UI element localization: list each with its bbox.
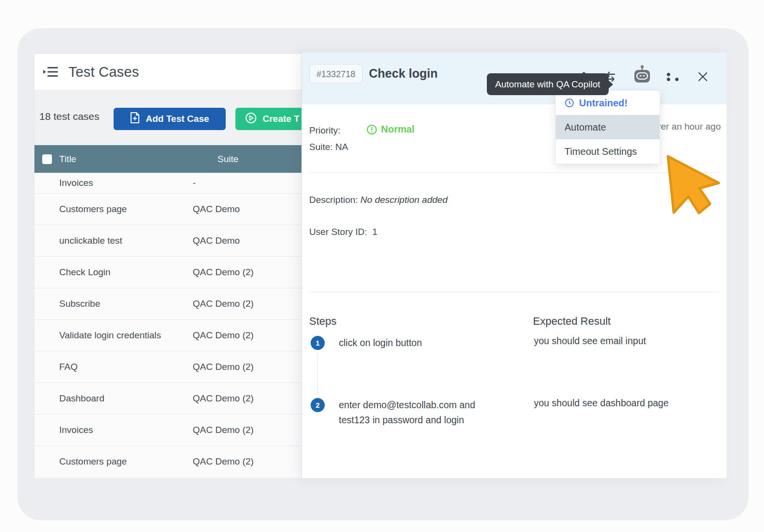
copilot-dropdown-menu: Untrained!AutomateTimeout Settings (555, 90, 660, 164)
row-suite: QAC Demo (193, 204, 301, 215)
priority-value-text: Normal (381, 124, 415, 135)
add-document-icon (130, 112, 140, 126)
row-suite: - (193, 178, 301, 188)
add-test-case-button[interactable]: Add Test Case (114, 108, 226, 130)
test-cases-header: Test Cases (34, 54, 301, 90)
menu-item-automate[interactable]: Automate (556, 115, 660, 139)
menu-item-label: Automate (565, 122, 606, 133)
table-row[interactable]: Customers pageQAC Demo (2) (34, 446, 301, 478)
step-expected-text: you should see email input (534, 335, 709, 347)
user-story-label: User Story ID: (309, 227, 367, 237)
priority-alert-icon (366, 124, 377, 135)
row-suite: QAC Demo (2) (193, 425, 301, 435)
create-test-run-button[interactable]: Create T (235, 108, 302, 130)
priority-label: Priority: (309, 125, 340, 136)
row-title: FAQ (34, 362, 193, 372)
menu-item-label: Timeout Settings (565, 146, 637, 157)
divider (309, 172, 719, 173)
test-cases-panel: Test Cases 18 test cases Add Test Case C… (34, 53, 302, 479)
steps-header: Steps (309, 315, 336, 328)
step-action-text: click on login button (339, 335, 509, 350)
row-title: Dashboard (34, 393, 193, 404)
column-suite: Suite (217, 154, 301, 165)
collapse-list-icon[interactable] (43, 66, 58, 78)
description-line: Description: No description added (309, 195, 448, 205)
more-options-icon[interactable]: • • • (666, 69, 681, 84)
row-suite: QAC Demo (2) (193, 299, 301, 309)
test-case-list: Invoices-Customers pageQAC Demounclickab… (34, 173, 301, 478)
table-row[interactable]: DashboardQAC Demo (2) (34, 383, 301, 415)
column-title: Title (59, 154, 217, 165)
step-number-badge: 2 (311, 398, 325, 412)
step-expected-text: you should see dashboard page (534, 398, 709, 409)
table-row[interactable]: unclickable testQAC Demo (34, 225, 301, 257)
user-story-value: 1 (372, 227, 378, 237)
table-row[interactable]: SubscribeQAC Demo (2) (34, 288, 301, 320)
row-title: Invoices (34, 425, 193, 435)
table-header: Title Suite (34, 145, 301, 173)
close-icon[interactable] (696, 69, 710, 84)
step-action-text: enter demo@testcollab.com and test123 in… (339, 398, 509, 428)
description-value: No description added (361, 195, 448, 205)
priority-badge: Normal (366, 124, 415, 135)
test-case-detail-panel: #1332718 Check login • • • (302, 52, 727, 478)
table-row[interactable]: Customers pageQAC Demo (34, 194, 301, 225)
row-suite: QAC Demo (193, 235, 301, 246)
row-title: Customers page (34, 204, 193, 215)
row-title: Subscribe (34, 299, 193, 309)
row-title: Invoices (34, 178, 193, 188)
test-case-count: 18 test cases (39, 111, 100, 122)
table-row[interactable]: InvoicesQAC Demo (2) (34, 415, 301, 446)
row-title: Validate login credentials (34, 330, 193, 341)
menu-item-timeout-settings[interactable]: Timeout Settings (556, 139, 660, 164)
user-story-line: User Story ID: 1 (309, 227, 377, 237)
menu-item-label: Untrained! (579, 98, 628, 109)
step-number-badge: 1 (311, 336, 325, 350)
create-test-run-label: Create T (263, 114, 299, 124)
table-row[interactable]: Check LoginQAC Demo (2) (34, 257, 301, 288)
description-label: Description: (309, 195, 358, 205)
test-case-id-badge: #1332718 (309, 64, 363, 83)
qa-copilot-robot-icon[interactable] (632, 65, 652, 84)
row-suite: QAC Demo (2) (193, 330, 301, 341)
table-row[interactable]: Invoices- (34, 173, 301, 194)
row-suite: QAC Demo (2) (193, 267, 301, 278)
toolbar: 18 test cases Add Test Case Create T (34, 90, 301, 145)
detail-title: Check login (369, 66, 438, 81)
page-title: Test Cases (68, 64, 139, 80)
automate-tooltip: Automate with QA Copilot (487, 73, 609, 95)
select-all-checkbox[interactable] (42, 154, 52, 164)
clock-icon (565, 98, 574, 108)
row-suite: QAC Demo (2) (193, 362, 301, 372)
row-suite: QAC Demo (2) (193, 456, 301, 467)
expected-result-header: Expected Result (533, 315, 611, 328)
row-title: unclickable test (34, 235, 193, 246)
row-title: Check Login (34, 267, 193, 278)
add-test-case-label: Add Test Case (146, 114, 209, 124)
row-suite: QAC Demo (2) (193, 393, 301, 404)
table-row[interactable]: Validate login credentialsQAC Demo (2) (34, 320, 301, 351)
play-circle-icon (245, 112, 257, 126)
suite-label: Suite: NA (309, 142, 348, 152)
table-row[interactable]: FAQQAC Demo (2) (34, 351, 301, 383)
divider (309, 292, 719, 292)
row-title: Customers page (34, 456, 193, 467)
step-connector-line (317, 353, 318, 395)
